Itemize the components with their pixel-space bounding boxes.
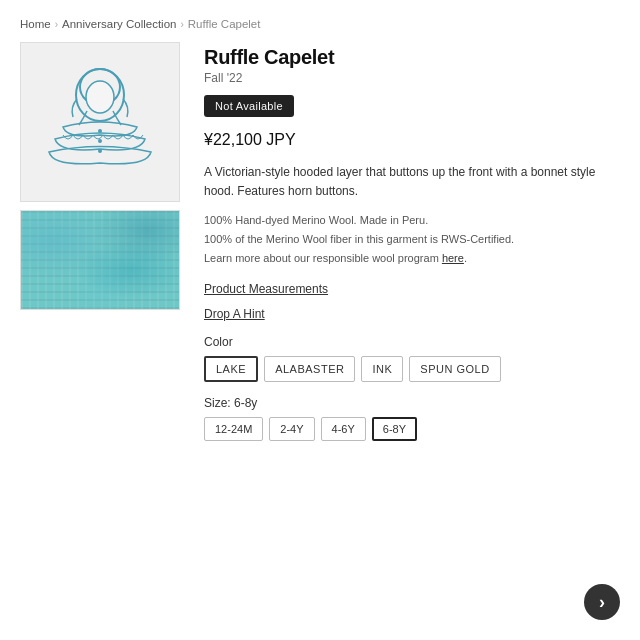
- product-swatch-image: [20, 210, 180, 310]
- product-price: ¥22,100 JPY: [204, 131, 620, 149]
- color-btn-spun-gold[interactable]: SPUN GOLD: [409, 356, 500, 382]
- knit-texture: [21, 211, 179, 309]
- breadcrumb-sep-2: ›: [180, 19, 183, 30]
- product-title: Ruffle Capelet: [204, 46, 620, 69]
- color-btn-lake[interactable]: LAKE: [204, 356, 258, 382]
- size-btn-6-8y[interactable]: 6-8Y: [372, 417, 417, 441]
- breadcrumb-sep-1: ›: [55, 19, 58, 30]
- product-materials: 100% Hand-dyed Merino Wool. Made in Peru…: [204, 211, 620, 267]
- color-btn-ink[interactable]: INK: [361, 356, 403, 382]
- breadcrumb-collection[interactable]: Anniversary Collection: [62, 18, 176, 30]
- materials-line3: Learn more about our responsible wool pr…: [204, 252, 439, 264]
- size-options: 12-24M2-4Y4-6Y6-8Y: [204, 417, 620, 441]
- chat-fab[interactable]: ›: [584, 584, 620, 620]
- main-content: Ruffle Capelet Fall '22 Not Available ¥2…: [0, 42, 640, 471]
- image-column: [20, 42, 180, 441]
- availability-badge: Not Available: [204, 95, 294, 117]
- product-measurements-link[interactable]: Product Measurements: [204, 282, 328, 296]
- drop-a-hint-link[interactable]: Drop A Hint: [204, 307, 265, 321]
- capelet-illustration: [35, 57, 165, 187]
- product-subtitle: Fall '22: [204, 71, 620, 85]
- svg-point-2: [86, 81, 114, 113]
- size-btn-4-6y[interactable]: 4-6Y: [321, 417, 366, 441]
- product-page: Home › Anniversary Collection › Ruffle C…: [0, 0, 640, 640]
- breadcrumb: Home › Anniversary Collection › Ruffle C…: [0, 0, 640, 42]
- breadcrumb-home[interactable]: Home: [20, 18, 51, 30]
- product-description: A Victorian-style hooded layer that butt…: [204, 163, 620, 201]
- svg-point-4: [98, 139, 102, 143]
- responsible-wool-link[interactable]: here: [442, 252, 464, 264]
- size-btn-12-24m[interactable]: 12-24M: [204, 417, 263, 441]
- svg-point-3: [98, 129, 102, 133]
- materials-line2: 100% of the Merino Wool fiber in this ga…: [204, 233, 514, 245]
- size-btn-2-4y[interactable]: 2-4Y: [269, 417, 314, 441]
- color-options: LAKEALABASTERINKSPUN GOLD: [204, 356, 620, 382]
- breadcrumb-current: Ruffle Capelet: [188, 18, 261, 30]
- materials-line1: 100% Hand-dyed Merino Wool. Made in Peru…: [204, 214, 428, 226]
- svg-point-5: [98, 149, 102, 153]
- size-label: Size: 6-8y: [204, 396, 620, 410]
- color-btn-alabaster[interactable]: ALABASTER: [264, 356, 355, 382]
- product-main-image: [20, 42, 180, 202]
- product-info-column: Ruffle Capelet Fall '22 Not Available ¥2…: [204, 42, 620, 441]
- color-label: Color: [204, 335, 620, 349]
